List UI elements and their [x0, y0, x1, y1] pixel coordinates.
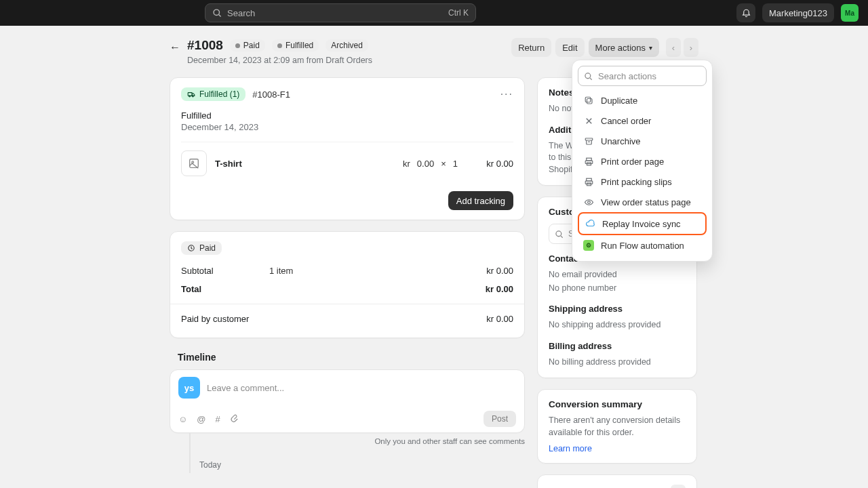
timeline-composer: ys Leave a comment... ☺ @ # Post [170, 369, 525, 433]
conversion-card: Conversion summary There aren't any conv… [537, 389, 697, 464]
action-view-status[interactable]: View order status page [578, 192, 707, 212]
workspace-name[interactable]: Marketing0123 [762, 3, 834, 22]
more-actions-menu: Search actions Duplicate Cancel order Un… [572, 60, 713, 262]
paidby-value: kr 0.00 [486, 314, 513, 324]
order-subline: December 14, 2023 at 2:09 am from Draft … [187, 56, 505, 65]
hash-icon[interactable]: # [215, 414, 220, 424]
svg-line-14 [590, 78, 592, 80]
search-icon [212, 8, 222, 18]
fulfillment-id: #1008-F1 [252, 89, 290, 100]
more-actions-button[interactable]: More actions ▾ [589, 38, 659, 57]
svg-point-4 [193, 96, 194, 97]
learn-more-link[interactable]: Learn more [549, 444, 592, 453]
print-icon [583, 176, 594, 187]
line-item-total: kr 0.00 [466, 159, 513, 169]
post-button[interactable]: Post [484, 411, 516, 427]
paidby-label: Paid by customer [181, 314, 249, 324]
line-item-pricing: kr 0.00 × 1 [403, 159, 458, 169]
action-print-order[interactable]: Print order page [578, 151, 707, 171]
fulfillment-date: December 14, 2023 [181, 122, 513, 132]
add-tracking-button[interactable]: Add tracking [448, 191, 513, 210]
fulfillment-menu-button[interactable]: ··· [500, 88, 513, 100]
svg-rect-15 [587, 98, 592, 104]
chevron-down-icon: ▾ [649, 44, 652, 52]
notifications-button[interactable] [736, 3, 755, 22]
shipping-body: No shipping address provided [549, 319, 686, 331]
contact-phone: No phone number [549, 283, 686, 295]
action-unarchive[interactable]: Unarchive [578, 131, 707, 151]
conversion-body: There aren't any conversion details avai… [549, 415, 686, 439]
action-run-flow[interactable]: ⚙ Run Flow automation [578, 235, 707, 256]
fulfillment-status: Fulfilled [181, 110, 513, 121]
action-cancel-order[interactable]: Cancel order [578, 110, 707, 131]
line-item-name: T-shirt [215, 159, 395, 169]
fulfillment-card: Fulfilled (1) #1008-F1 ··· Fulfilled Dec… [170, 77, 525, 220]
action-replay-invoice-sync[interactable]: Replay Invoice sync [578, 212, 707, 235]
return-button[interactable]: Return [511, 38, 551, 57]
billing-title: Billing address [549, 341, 686, 351]
svg-point-3 [189, 96, 191, 97]
topbar: Search Ctrl K Marketing0123 Ma [0, 0, 868, 26]
commenter-avatar: ys [178, 377, 200, 399]
shipping-title: Shipping address [549, 304, 686, 314]
duplicate-icon [583, 95, 594, 106]
svg-rect-25 [585, 181, 593, 184]
total-value: kr 0.00 [486, 284, 513, 294]
subtotal-label: Subtotal [181, 266, 214, 276]
billing-body: No billing address provided [549, 357, 686, 369]
action-duplicate[interactable]: Duplicate [578, 90, 707, 110]
archive-icon [583, 136, 594, 146]
svg-point-27 [587, 201, 590, 203]
svg-rect-19 [585, 138, 593, 140]
actions-search[interactable]: Search actions [578, 66, 707, 86]
badge-paid: Paid [230, 39, 265, 52]
close-icon [583, 115, 594, 126]
search-placeholder: Search [227, 8, 443, 18]
badge-fulfilled: Fulfilled [272, 39, 319, 52]
eye-icon [583, 197, 594, 207]
user-avatar[interactable]: Ma [841, 4, 859, 22]
svg-rect-2 [188, 93, 192, 96]
timeline-section: Timeline ys Leave a comment... ☺ @ # [170, 349, 525, 470]
global-search[interactable]: Search Ctrl K [205, 3, 476, 22]
line-item: T-shirt kr 0.00 × 1 kr 0.00 [181, 142, 513, 184]
fraud-card: Fraud analysis [537, 474, 697, 488]
total-label: Total [181, 284, 201, 294]
timeline-note: Only you and other staff can see comment… [170, 437, 525, 445]
subtotal-value: kr 0.00 [486, 266, 513, 276]
svg-point-0 [214, 9, 219, 15]
badge-archived: Archived [326, 39, 368, 52]
search-shortcut: Ctrl K [448, 8, 469, 18]
svg-line-1 [219, 15, 221, 17]
order-title: #1008 [187, 38, 223, 53]
product-thumb[interactable] [181, 150, 207, 176]
comment-input[interactable]: Leave a comment... [207, 383, 516, 393]
attachment-icon[interactable] [230, 414, 239, 424]
emoji-icon[interactable]: ☺ [178, 414, 187, 424]
svg-point-8 [556, 230, 561, 236]
svg-line-9 [561, 236, 563, 238]
svg-point-13 [585, 73, 591, 78]
edit-button[interactable]: Edit [555, 38, 584, 57]
svg-rect-5 [190, 159, 199, 168]
contact-email: No email provided [549, 269, 686, 281]
action-print-packing[interactable]: Print packing slips [578, 171, 707, 192]
conversion-title: Conversion summary [549, 399, 686, 409]
timeline-today: Today [199, 460, 525, 470]
subtotal-mid: 1 item [269, 266, 293, 276]
svg-rect-16 [585, 97, 591, 102]
cloud-sync-icon [585, 218, 595, 229]
mention-icon[interactable]: @ [197, 414, 205, 424]
prev-order-button[interactable]: ‹ [666, 38, 681, 57]
flow-icon: ⚙ [583, 240, 594, 251]
timeline-title: Timeline [178, 352, 525, 363]
next-order-button[interactable]: › [684, 38, 698, 57]
svg-rect-22 [585, 161, 593, 164]
back-button[interactable]: ← [170, 41, 180, 54]
fulfilled-chip: Fulfilled (1) [181, 87, 245, 101]
paid-chip: Paid [181, 241, 222, 255]
print-icon [583, 156, 594, 167]
fraud-details-button[interactable] [671, 485, 686, 488]
payment-card: Paid Subtotal 1 item kr 0.00 Total kr 0.… [170, 231, 525, 338]
